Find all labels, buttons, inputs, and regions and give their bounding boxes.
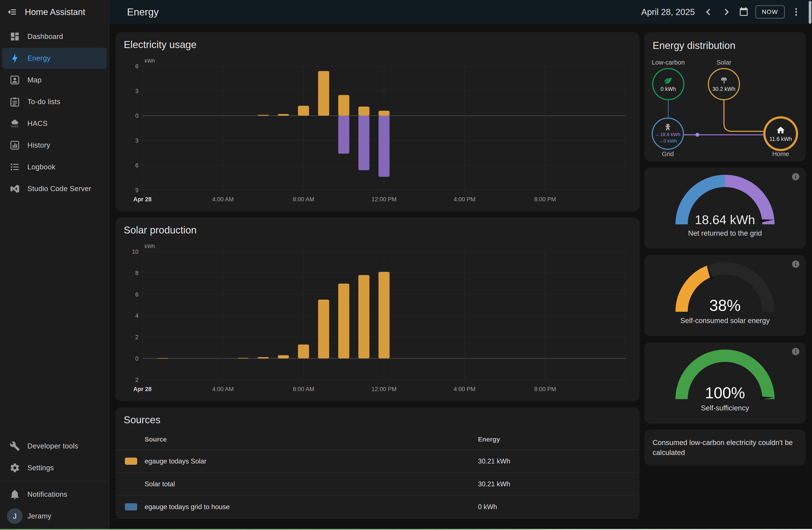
svg-text:HACS: HACS <box>11 125 18 128</box>
menu-toggle-button[interactable] <box>0 7 24 17</box>
chevron-right-icon <box>721 6 732 18</box>
home-label: Home <box>759 150 802 158</box>
sidebar-item-history[interactable]: History <box>2 135 107 156</box>
svg-text:9: 9 <box>135 187 139 193</box>
main-area: Energy April 28, 2025 <box>110 0 812 530</box>
avatar: J <box>7 508 23 524</box>
calendar-icon <box>739 7 749 17</box>
left-column: Electricity usage 963036Apr 284:00 AM8:0… <box>115 32 640 530</box>
solar-label: Solar <box>702 59 746 66</box>
chevron-left-icon <box>703 6 714 18</box>
sidebar-item-energy[interactable]: Energy <box>2 48 107 69</box>
svg-text:3: 3 <box>135 88 139 94</box>
low-carbon-notice-card: Consumed low-carbon electricity couldn't… <box>644 430 806 466</box>
previous-period-button[interactable] <box>703 6 714 18</box>
sidebar-item-label: Logbook <box>27 163 56 171</box>
source-name: egauge todays grid to house <box>145 503 478 511</box>
svg-text:kWh: kWh <box>145 243 155 249</box>
sidebar-item-todo[interactable]: To-do lists <box>2 91 107 112</box>
column-header-energy: Energy <box>478 436 631 443</box>
gauge-value: 100% <box>674 384 776 402</box>
card-title: Electricity usage <box>124 39 631 50</box>
sidebar-item-developer-tools[interactable]: Developer tools <box>2 436 107 457</box>
right-column: Energy distribution Low-carbon Solar 0 k… <box>644 32 806 530</box>
notice-text: Consumed low-carbon electricity couldn't… <box>653 439 793 457</box>
sidebar-item-map[interactable]: Map <box>2 70 107 90</box>
svg-text:8:00 PM: 8:00 PM <box>534 386 556 393</box>
gauge-value: 38% <box>674 296 776 314</box>
sidebar-item-label: Notifications <box>27 490 68 499</box>
svg-text:4: 4 <box>135 313 139 319</box>
solar-production-chart[interactable]: 20246810Apr 284:00 AM8:00 AM12:00 PM4:00… <box>124 239 631 396</box>
sidebar-item-notifications[interactable]: Notifications <box>2 484 107 505</box>
next-period-button[interactable] <box>721 6 732 18</box>
sidebar-item-dashboard[interactable]: Dashboard <box>2 26 107 47</box>
info-button[interactable] <box>791 172 800 181</box>
sidebar-item-label: Studio Code Server <box>27 185 91 193</box>
wrench-icon <box>2 441 27 451</box>
svg-text:8:00 AM: 8:00 AM <box>293 196 314 203</box>
svg-text:Apr 28: Apr 28 <box>133 196 151 203</box>
flow-dot <box>695 133 699 137</box>
info-icon <box>791 172 800 181</box>
svg-text:0: 0 <box>135 113 139 119</box>
app-title: Home Assistant <box>25 7 85 17</box>
card-title: Sources <box>115 414 640 426</box>
gauge: 38% <box>674 261 776 315</box>
sidebar-item-label: History <box>27 141 50 149</box>
now-button[interactable]: NOW <box>755 5 785 18</box>
transmission-tower-icon <box>664 123 671 131</box>
solar-production-card: Solar production 20246810Apr 284:00 AM8:… <box>115 218 640 401</box>
card-title: Energy distribution <box>653 40 736 51</box>
svg-text:0: 0 <box>135 355 139 362</box>
source-name: egauge todays Solar <box>145 457 478 465</box>
svg-text:6: 6 <box>135 63 139 70</box>
svg-text:4:00 AM: 4:00 AM <box>212 196 234 203</box>
solar-node[interactable]: 30.2 kWh <box>708 68 740 100</box>
sidebar-item-logbook[interactable]: Logbook <box>2 157 107 177</box>
low-carbon-node[interactable]: 0 kWh <box>652 68 684 100</box>
grid-label: Grid <box>646 150 690 158</box>
home-value: 11.6 kWh <box>769 136 792 142</box>
gauge-label: Self-sufficiency <box>701 404 749 412</box>
home-icon <box>776 126 785 135</box>
overflow-menu-button[interactable] <box>791 7 801 17</box>
page-title: Energy <box>127 6 159 18</box>
gauge-label: Self-consumed solar energy <box>680 316 770 325</box>
electricity-usage-chart[interactable]: 963036Apr 284:00 AM8:00 AM12:00 PM4:00 P… <box>124 54 631 206</box>
lightning-bolt-icon <box>2 53 27 63</box>
sidebar: Home Assistant Dashboard Energy Map <box>0 0 110 530</box>
sources-card: Sources Source Energy egauge todays Sola… <box>115 408 640 518</box>
source-value: 0 kWh <box>478 503 631 511</box>
sidebar-item-settings[interactable]: Settings <box>2 457 107 478</box>
gauge-value: 18.64 kWh <box>674 212 776 227</box>
avatar-slot: J <box>2 508 27 524</box>
sidebar-item-profile[interactable]: J Jeramy <box>2 506 107 527</box>
info-button[interactable] <box>791 259 800 269</box>
svg-text:10: 10 <box>132 249 139 255</box>
table-row: egauge todays grid to house 0 kWh <box>115 496 640 518</box>
grid-return-value: ←18.6 kWh <box>655 132 680 137</box>
sidebar-footer: Developer tools Settings Notifications J <box>0 435 109 530</box>
svg-text:Apr 28: Apr 28 <box>133 386 151 393</box>
solar-value: 30.2 kWh <box>712 86 736 92</box>
low-carbon-label: Low-carbon <box>647 59 690 66</box>
series-color-swatch <box>125 458 137 465</box>
svg-text:8:00 AM: 8:00 AM <box>293 386 314 393</box>
scrollbar-thumb[interactable] <box>809 1 811 24</box>
dashboard-icon <box>2 31 27 42</box>
sidebar-item-label: To-do lists <box>27 98 60 106</box>
grid-node[interactable]: ←18.6 kWh →0 kWh <box>652 118 684 150</box>
sidebar-item-label: Settings <box>27 464 54 472</box>
self-sufficiency-gauge-card: 100% Self-sufficiency <box>644 342 806 424</box>
calendar-button[interactable] <box>739 7 749 17</box>
app-window: Home Assistant Dashboard Energy Map <box>0 0 812 530</box>
net-returned-gauge-card: 18.64 kWh Net returned to the grid <box>644 167 806 249</box>
topbar-controls: April 28, 2025 NOW <box>641 5 801 18</box>
table-row: egauge todays Solar 30.21 kWh <box>115 450 640 473</box>
sidebar-item-hacs[interactable]: HACS HACS <box>2 113 107 134</box>
home-node[interactable]: 11.6 kWh <box>763 116 798 151</box>
chart-box-icon <box>2 140 27 150</box>
info-button[interactable] <box>791 347 800 356</box>
sidebar-item-studio-code-server[interactable]: Studio Code Server <box>2 178 107 199</box>
